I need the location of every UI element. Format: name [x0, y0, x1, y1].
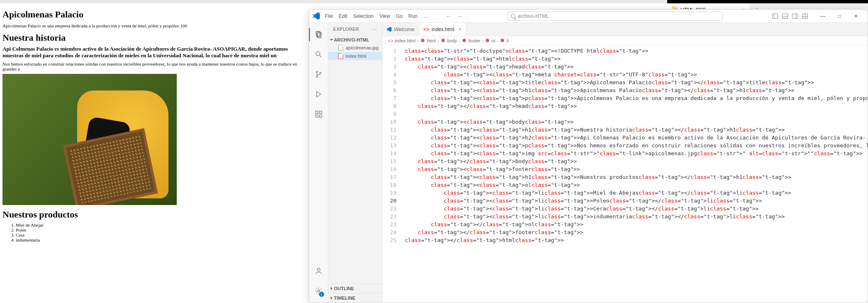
menu-more[interactable]: …	[421, 12, 431, 21]
vscode-logo-icon	[312, 12, 320, 20]
line-gutter: 1234567891011121314151617181920212223242…	[383, 45, 402, 303]
activity-explorer[interactable]	[309, 26, 328, 43]
element-icon: ⬢	[500, 38, 505, 43]
tab-welcome[interactable]: Welcome	[383, 23, 419, 36]
code-content[interactable]: class=class="t-str">"t-doctype">class="t…	[402, 45, 868, 303]
outline-section[interactable]: OUTLINE	[328, 283, 382, 293]
folder-header[interactable]: ARCHIVO-HTML	[328, 36, 382, 44]
element-icon: ⬢	[420, 38, 425, 43]
svg-rect-8	[315, 111, 318, 114]
tab-label: Welcome	[394, 27, 415, 32]
activity-run-debug[interactable]	[309, 86, 328, 103]
window-close[interactable]: ✕	[848, 10, 864, 22]
activity-source-control[interactable]	[309, 66, 328, 83]
explorer-black-strip	[667, 0, 868, 3]
html-file-icon	[338, 53, 343, 59]
chevron-right-icon	[331, 296, 332, 300]
bc-item[interactable]: li	[507, 38, 509, 43]
command-center-text: archivo-HTML	[518, 13, 549, 19]
bc-item[interactable]: body	[447, 38, 457, 43]
chevron-right-icon: ›	[459, 38, 461, 43]
svg-rect-9	[319, 111, 322, 114]
file-item-image[interactable]: apicolmenas.jpg	[328, 44, 382, 52]
bc-item[interactable]: html	[427, 38, 436, 43]
bc-item[interactable]: index.html	[395, 38, 416, 43]
svg-point-6	[319, 72, 321, 73]
activity-account[interactable]	[309, 263, 328, 279]
html-icon: <>	[388, 38, 393, 43]
timeline-section[interactable]: TIMELINE	[328, 293, 382, 303]
extensions-icon	[315, 110, 323, 118]
toggle-panel-icon[interactable]	[782, 14, 788, 19]
svg-line-3	[319, 56, 321, 57]
chevron-down-icon	[330, 39, 333, 41]
close-icon[interactable]: ×	[458, 26, 462, 32]
rendered-page: Apicolmenas Palacio Apicolmenas Palacio …	[0, 3, 309, 303]
bc-item[interactable]: footer	[468, 38, 480, 43]
tab-index-html[interactable]: <> index.html ×	[419, 23, 466, 36]
window-maximize[interactable]: □	[831, 10, 848, 22]
vscode-body: 1 EXPLORER ··· ARCHIVO-HTML apicolmenas.…	[309, 23, 868, 303]
chevron-right-icon: ›	[497, 38, 499, 43]
vscode-titlebar: File Edit Selection View Go Run … ← → ar…	[309, 10, 868, 23]
nav-back-icon[interactable]: ←	[446, 13, 451, 20]
menu-view[interactable]: View	[377, 12, 393, 21]
history-paragraph: Nos hemos esforzado en construir relacio…	[2, 61, 306, 71]
more-icon[interactable]: ···	[372, 26, 377, 32]
code-editor[interactable]: 1234567891011121314151617181920212223242…	[383, 45, 868, 303]
activity-search[interactable]	[309, 46, 328, 63]
activity-extensions[interactable]	[309, 106, 328, 122]
svg-point-4	[316, 71, 317, 73]
beekeeper-image	[2, 74, 177, 205]
menu-run[interactable]: Run	[406, 12, 420, 21]
command-center[interactable]: archivo-HTML	[507, 12, 723, 21]
branch-icon	[315, 70, 323, 78]
image-file-icon	[338, 45, 343, 51]
svg-point-13	[317, 290, 319, 292]
window-controls: ― □ ✕	[814, 10, 864, 22]
list-item: Cera	[16, 232, 306, 237]
chevron-right-icon: ›	[417, 38, 419, 43]
element-icon: ⬢	[462, 38, 467, 43]
folder-name: ARCHIVO-HTML	[334, 37, 369, 42]
chevron-right-icon	[331, 287, 332, 290]
html-icon: <>	[423, 27, 429, 32]
breadcrumb[interactable]: <> index.html › ⬢ html › ⬢ body › ⬢ foot…	[383, 36, 868, 45]
activity-settings[interactable]: 1	[309, 283, 328, 299]
svg-rect-10	[315, 115, 318, 117]
menu-selection[interactable]: Selection	[351, 12, 376, 21]
file-label: apicolmenas.jpg	[346, 45, 379, 50]
search-icon	[511, 14, 515, 18]
intro-paragraph: Apicolmenas Palacio es una empresa dedic…	[2, 23, 306, 28]
window-minimize[interactable]: ―	[814, 10, 831, 22]
products-list: Miel de Abejas Polen Cera indumentaria	[16, 222, 306, 242]
list-item: indumentaria	[16, 237, 306, 242]
customize-layout-icon[interactable]	[802, 14, 808, 19]
menu-edit[interactable]: Edit	[336, 12, 350, 21]
file-label: index.html	[346, 54, 366, 59]
toggle-sidebar-icon[interactable]	[772, 14, 778, 19]
editor-area: Welcome <> index.html × ··· <> index.htm…	[383, 23, 868, 303]
list-item: Miel de Abejas	[16, 222, 306, 227]
nav-forward-icon[interactable]: →	[456, 13, 462, 20]
vscode-icon	[387, 27, 392, 32]
layout-controls	[772, 14, 808, 19]
svg-point-5	[316, 76, 317, 77]
menu-go[interactable]: Go	[393, 12, 405, 21]
list-item: Polen	[16, 227, 306, 232]
file-item-html[interactable]: index.html	[328, 52, 382, 60]
vscode-nav: ← →	[446, 13, 462, 20]
vscode-window: File Edit Selection View Go Run … ← → ar…	[309, 9, 868, 303]
editor-tabs: Welcome <> index.html × ···	[383, 23, 868, 36]
page-title: Apicolmenas Palacio	[2, 9, 306, 20]
files-icon	[315, 30, 323, 39]
svg-rect-0	[316, 32, 320, 37]
svg-marker-7	[317, 91, 321, 97]
search-icon	[315, 50, 323, 59]
timeline-label: TIMELINE	[334, 296, 355, 301]
menu-file[interactable]: File	[322, 12, 335, 21]
bc-item[interactable]: ol	[492, 38, 495, 43]
explorer-folder-section: ARCHIVO-HTML apicolmenas.jpg index.html	[328, 35, 382, 61]
outline-label: OUTLINE	[334, 286, 354, 291]
toggle-secondary-icon[interactable]	[792, 14, 798, 19]
